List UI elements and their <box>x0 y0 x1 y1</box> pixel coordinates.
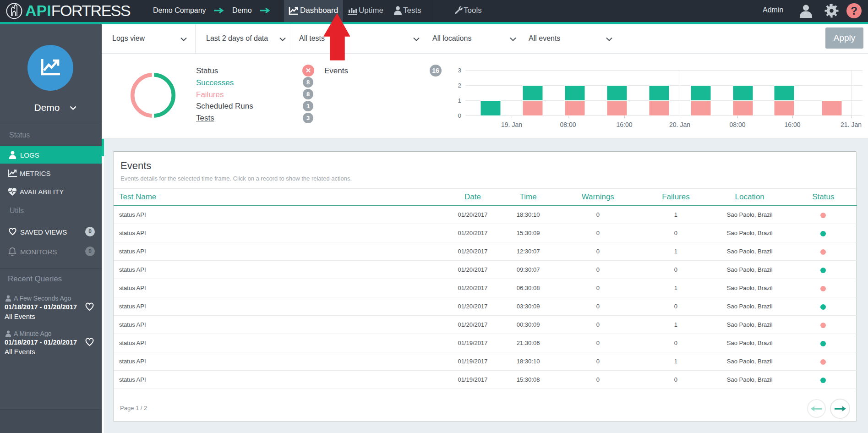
svg-text:21. Jan: 21. Jan <box>841 121 862 128</box>
svg-text:08:00: 08:00 <box>729 121 745 128</box>
svg-text:08:00: 08:00 <box>560 121 576 128</box>
svg-text:16:00: 16:00 <box>784 121 800 128</box>
svg-text:0: 0 <box>458 112 461 119</box>
svg-text:16:00: 16:00 <box>616 121 632 128</box>
svg-text:2: 2 <box>458 82 461 89</box>
svg-text:3: 3 <box>458 67 461 74</box>
svg-text:1: 1 <box>458 97 461 104</box>
svg-text:19. Jan: 19. Jan <box>501 121 522 128</box>
svg-text:20. Jan: 20. Jan <box>669 121 690 128</box>
